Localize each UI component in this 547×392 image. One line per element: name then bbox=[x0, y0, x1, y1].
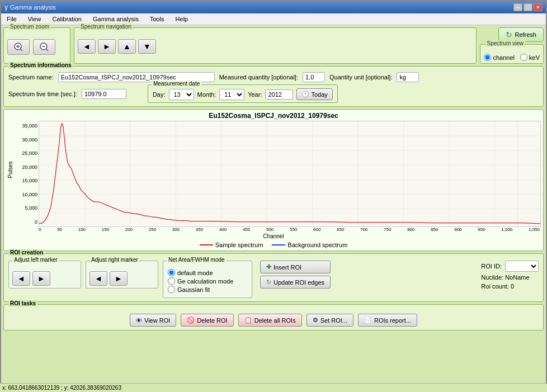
menu-view[interactable]: View bbox=[25, 15, 45, 23]
day-label: Day: bbox=[153, 91, 166, 98]
right-marker-left-button[interactable]: ◄ bbox=[89, 271, 107, 286]
month-select[interactable]: 11 bbox=[219, 89, 244, 100]
chart-section: Eu152Cosma_ISPCJ_nov2012_10979sec Pulses… bbox=[3, 109, 544, 251]
refresh-icon: ↻ bbox=[506, 30, 512, 39]
delete-roi-button[interactable]: 🚫 Delete ROI bbox=[181, 314, 233, 327]
right-marker-title: Adjust right marker bbox=[89, 257, 140, 263]
view-kev-option[interactable]: keV bbox=[520, 54, 540, 61]
report-icon: 📄 bbox=[364, 317, 372, 324]
title-bar-buttons: ─ □ ✕ bbox=[513, 3, 543, 11]
calendar-icon: 🕐 bbox=[301, 91, 309, 98]
info-section-title: Spectrum informations bbox=[8, 62, 73, 68]
svg-line-3 bbox=[21, 49, 23, 51]
update-icon: ↻ bbox=[266, 278, 271, 286]
maximize-button[interactable]: □ bbox=[524, 3, 532, 11]
year-input[interactable] bbox=[265, 89, 293, 100]
roi-tasks-section: ROI tasks 👁 View ROI 🚫 Delete ROI 📋 Dele… bbox=[3, 304, 544, 330]
plus-icon: ✚ bbox=[266, 263, 271, 271]
right-marker-panel: Adjust right marker ◄ ► bbox=[86, 261, 158, 289]
menu-tools[interactable]: Tools bbox=[147, 15, 168, 23]
set-roi-button[interactable]: ⚙ Set ROI... bbox=[306, 314, 353, 327]
y-axis-label: Pulses bbox=[7, 170, 13, 178]
left-marker-left-button[interactable]: ◄ bbox=[12, 271, 30, 286]
view-channel-option[interactable]: channel bbox=[484, 54, 515, 61]
mode-ge-label: Ge calculation mode bbox=[177, 278, 233, 285]
status-text: x: 663.0418663012139 ; y: 42026.38369020… bbox=[2, 385, 121, 391]
day-select[interactable]: 13 bbox=[169, 89, 194, 100]
zoom-out-button[interactable] bbox=[33, 39, 55, 55]
zoom-out-icon bbox=[39, 42, 49, 52]
mode-default-label: default mode bbox=[177, 270, 213, 276]
measured-qty-input[interactable] bbox=[303, 72, 325, 82]
chart-title: Eu152Cosma_ISPCJ_nov2012_10979sec bbox=[6, 112, 541, 120]
today-button[interactable]: 🕐 Today bbox=[296, 88, 332, 100]
insert-roi-button[interactable]: ✚ Insert ROI bbox=[260, 261, 331, 273]
view-roi-button[interactable]: 👁 View ROI bbox=[130, 314, 176, 327]
mode-gaussian-option[interactable]: Gaussian fit bbox=[168, 286, 247, 293]
legend-sample-label: Sample spectrum bbox=[215, 242, 263, 248]
spectrum-view-title: Spectrum view bbox=[485, 40, 525, 46]
nav-up-button[interactable]: ▲ bbox=[118, 39, 136, 54]
nuclide-row: Nuclide: NoName bbox=[481, 274, 539, 281]
roi-id-select[interactable] bbox=[505, 261, 539, 272]
window-title: Gamma analysis bbox=[10, 4, 56, 11]
minimize-button[interactable]: ─ bbox=[513, 3, 522, 11]
title-bar: γ Gamma analysis ─ □ ✕ bbox=[1, 1, 546, 13]
unit-input[interactable] bbox=[397, 72, 419, 82]
rois-report-button[interactable]: 📄 ROIs report... bbox=[358, 314, 417, 327]
live-time-label: Spectrum live time [sec.]: bbox=[8, 91, 77, 97]
name-label: Spectrum name: bbox=[8, 74, 54, 81]
mode-ge-option[interactable]: Ge calculation mode bbox=[168, 277, 247, 285]
delete-all-rois-button[interactable]: 📋 Delete all ROIs bbox=[238, 314, 302, 327]
roi-id-label: ROI ID: bbox=[481, 263, 502, 270]
x-axis-label: Channel bbox=[6, 233, 541, 239]
year-label: Year: bbox=[248, 91, 262, 98]
net-area-title: Net Area/FWHM mode bbox=[167, 257, 227, 263]
legend-background-line bbox=[272, 244, 285, 245]
delete-icon: 🚫 bbox=[187, 317, 195, 324]
menu-calibration[interactable]: Calibration bbox=[49, 15, 85, 23]
close-button[interactable]: ✕ bbox=[534, 3, 543, 11]
roi-count-row: Roi count: 0 bbox=[481, 283, 539, 290]
unit-label: Quantity unit [optional]: bbox=[329, 74, 393, 81]
spectrum-view-panel: Spectrum view channel keV bbox=[480, 44, 544, 64]
roi-info-panel: ROI ID: Nuclide: NoName Roi count: 0 bbox=[481, 261, 539, 290]
mode-default-option[interactable]: default mode bbox=[168, 269, 247, 276]
title-bar-left: γ Gamma analysis bbox=[4, 3, 56, 11]
spectrum-nav-title: Spectrum navigation bbox=[79, 23, 133, 30]
right-marker-right-button[interactable]: ► bbox=[110, 271, 128, 286]
zoom-in-button[interactable] bbox=[7, 39, 30, 55]
eye-icon: 👁 bbox=[136, 317, 142, 324]
nav-right-button[interactable]: ► bbox=[98, 39, 116, 54]
month-label: Month: bbox=[197, 91, 216, 98]
svg-line-6 bbox=[46, 49, 49, 51]
zoom-in-icon bbox=[13, 42, 23, 52]
menu-gamma-analysis[interactable]: Gamma analysis bbox=[89, 15, 142, 23]
legend-background: Background spectrum bbox=[272, 242, 347, 248]
live-time-input[interactable] bbox=[82, 89, 126, 99]
left-marker-right-button[interactable]: ► bbox=[32, 271, 50, 286]
chart-legend: Sample spectrum Background spectrum bbox=[6, 242, 541, 248]
measurement-date-label: Measurement date bbox=[152, 81, 201, 87]
menu-file[interactable]: File bbox=[3, 15, 20, 23]
nuclide-label: Nuclide: bbox=[481, 274, 503, 281]
delete-all-icon: 📋 bbox=[244, 317, 252, 324]
legend-background-label: Background spectrum bbox=[287, 242, 347, 248]
spectrum-nav-panel: Spectrum navigation ◄ ► ▲ ▼ bbox=[74, 27, 477, 64]
left-marker-title: Adjust left marker bbox=[12, 257, 59, 263]
mode-gaussian-label: Gaussian fit bbox=[177, 286, 210, 293]
update-roi-button[interactable]: ↻ Update ROI edges bbox=[260, 276, 331, 289]
spectrum-chart-svg bbox=[39, 121, 540, 226]
status-bar: x: 663.0418663012139 ; y: 42026.38369020… bbox=[0, 383, 547, 392]
nuclide-value: NoName bbox=[505, 274, 529, 281]
roi-creation-title: ROI creation bbox=[8, 249, 45, 256]
nav-down-button[interactable]: ▼ bbox=[138, 39, 156, 54]
legend-sample-line bbox=[200, 244, 213, 245]
roi-count-label: Roi count: bbox=[481, 283, 509, 290]
roi-id-row: ROI ID: bbox=[481, 261, 539, 272]
menu-help[interactable]: Help bbox=[172, 15, 192, 23]
nav-left-button[interactable]: ◄ bbox=[78, 39, 96, 54]
left-marker-panel: Adjust left marker ◄ ► bbox=[8, 261, 81, 289]
spectrum-zoom-title: Spectrum zoom bbox=[8, 23, 51, 30]
roi-creation-section: ROI creation Adjust left marker ◄ ► Adju… bbox=[3, 253, 544, 302]
